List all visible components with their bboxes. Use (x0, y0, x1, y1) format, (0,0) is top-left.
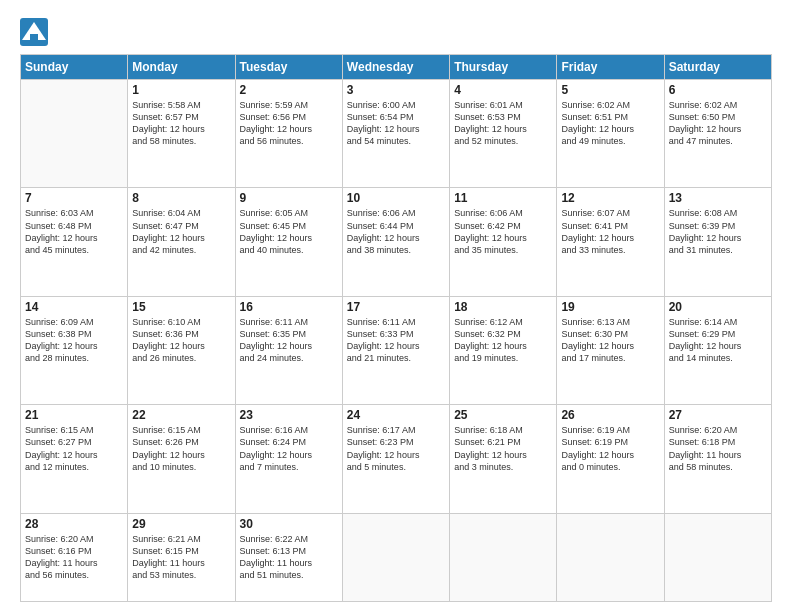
day-info: Sunrise: 6:18 AM Sunset: 6:21 PM Dayligh… (454, 424, 552, 473)
calendar-cell: 1Sunrise: 5:58 AM Sunset: 6:57 PM Daylig… (128, 80, 235, 188)
calendar-cell: 2Sunrise: 5:59 AM Sunset: 6:56 PM Daylig… (235, 80, 342, 188)
day-number: 7 (25, 191, 123, 205)
calendar-cell: 7Sunrise: 6:03 AM Sunset: 6:48 PM Daylig… (21, 188, 128, 296)
day-number: 11 (454, 191, 552, 205)
day-number: 28 (25, 517, 123, 531)
day-number: 21 (25, 408, 123, 422)
day-number: 15 (132, 300, 230, 314)
calendar-cell: 4Sunrise: 6:01 AM Sunset: 6:53 PM Daylig… (450, 80, 557, 188)
day-info: Sunrise: 6:10 AM Sunset: 6:36 PM Dayligh… (132, 316, 230, 365)
calendar-header-friday: Friday (557, 55, 664, 80)
calendar-cell: 15Sunrise: 6:10 AM Sunset: 6:36 PM Dayli… (128, 296, 235, 404)
day-info: Sunrise: 6:14 AM Sunset: 6:29 PM Dayligh… (669, 316, 767, 365)
day-info: Sunrise: 6:15 AM Sunset: 6:26 PM Dayligh… (132, 424, 230, 473)
calendar-cell: 12Sunrise: 6:07 AM Sunset: 6:41 PM Dayli… (557, 188, 664, 296)
logo (20, 18, 50, 46)
day-info: Sunrise: 6:03 AM Sunset: 6:48 PM Dayligh… (25, 207, 123, 256)
day-info: Sunrise: 6:20 AM Sunset: 6:18 PM Dayligh… (669, 424, 767, 473)
calendar-cell (21, 80, 128, 188)
day-number: 3 (347, 83, 445, 97)
calendar-cell: 11Sunrise: 6:06 AM Sunset: 6:42 PM Dayli… (450, 188, 557, 296)
day-number: 2 (240, 83, 338, 97)
calendar-cell: 9Sunrise: 6:05 AM Sunset: 6:45 PM Daylig… (235, 188, 342, 296)
day-info: Sunrise: 6:07 AM Sunset: 6:41 PM Dayligh… (561, 207, 659, 256)
calendar-cell: 25Sunrise: 6:18 AM Sunset: 6:21 PM Dayli… (450, 405, 557, 513)
day-number: 27 (669, 408, 767, 422)
day-number: 22 (132, 408, 230, 422)
calendar-cell: 8Sunrise: 6:04 AM Sunset: 6:47 PM Daylig… (128, 188, 235, 296)
calendar-cell: 3Sunrise: 6:00 AM Sunset: 6:54 PM Daylig… (342, 80, 449, 188)
day-number: 13 (669, 191, 767, 205)
calendar-cell: 6Sunrise: 6:02 AM Sunset: 6:50 PM Daylig… (664, 80, 771, 188)
day-info: Sunrise: 6:17 AM Sunset: 6:23 PM Dayligh… (347, 424, 445, 473)
day-info: Sunrise: 6:04 AM Sunset: 6:47 PM Dayligh… (132, 207, 230, 256)
day-info: Sunrise: 6:22 AM Sunset: 6:13 PM Dayligh… (240, 533, 338, 582)
calendar-cell: 27Sunrise: 6:20 AM Sunset: 6:18 PM Dayli… (664, 405, 771, 513)
day-number: 18 (454, 300, 552, 314)
calendar-header-wednesday: Wednesday (342, 55, 449, 80)
calendar-header-saturday: Saturday (664, 55, 771, 80)
day-info: Sunrise: 6:12 AM Sunset: 6:32 PM Dayligh… (454, 316, 552, 365)
calendar-cell: 28Sunrise: 6:20 AM Sunset: 6:16 PM Dayli… (21, 513, 128, 601)
day-number: 26 (561, 408, 659, 422)
day-number: 5 (561, 83, 659, 97)
day-info: Sunrise: 6:06 AM Sunset: 6:42 PM Dayligh… (454, 207, 552, 256)
calendar-week-row: 1Sunrise: 5:58 AM Sunset: 6:57 PM Daylig… (21, 80, 772, 188)
day-info: Sunrise: 6:15 AM Sunset: 6:27 PM Dayligh… (25, 424, 123, 473)
calendar-header-monday: Monday (128, 55, 235, 80)
calendar-cell (664, 513, 771, 601)
day-number: 6 (669, 83, 767, 97)
day-info: Sunrise: 6:08 AM Sunset: 6:39 PM Dayligh… (669, 207, 767, 256)
day-info: Sunrise: 6:16 AM Sunset: 6:24 PM Dayligh… (240, 424, 338, 473)
calendar-week-row: 28Sunrise: 6:20 AM Sunset: 6:16 PM Dayli… (21, 513, 772, 601)
day-number: 14 (25, 300, 123, 314)
calendar-table: SundayMondayTuesdayWednesdayThursdayFrid… (20, 54, 772, 602)
day-number: 29 (132, 517, 230, 531)
calendar-week-row: 14Sunrise: 6:09 AM Sunset: 6:38 PM Dayli… (21, 296, 772, 404)
calendar-cell: 20Sunrise: 6:14 AM Sunset: 6:29 PM Dayli… (664, 296, 771, 404)
logo-icon (20, 18, 48, 46)
calendar-cell: 14Sunrise: 6:09 AM Sunset: 6:38 PM Dayli… (21, 296, 128, 404)
svg-rect-2 (30, 34, 38, 40)
day-number: 19 (561, 300, 659, 314)
header (20, 18, 772, 46)
calendar-header-sunday: Sunday (21, 55, 128, 80)
calendar-cell: 10Sunrise: 6:06 AM Sunset: 6:44 PM Dayli… (342, 188, 449, 296)
day-info: Sunrise: 6:20 AM Sunset: 6:16 PM Dayligh… (25, 533, 123, 582)
day-info: Sunrise: 5:59 AM Sunset: 6:56 PM Dayligh… (240, 99, 338, 148)
calendar-cell (450, 513, 557, 601)
calendar-cell: 23Sunrise: 6:16 AM Sunset: 6:24 PM Dayli… (235, 405, 342, 513)
day-number: 1 (132, 83, 230, 97)
day-info: Sunrise: 6:09 AM Sunset: 6:38 PM Dayligh… (25, 316, 123, 365)
calendar-cell: 24Sunrise: 6:17 AM Sunset: 6:23 PM Dayli… (342, 405, 449, 513)
calendar-week-row: 21Sunrise: 6:15 AM Sunset: 6:27 PM Dayli… (21, 405, 772, 513)
day-number: 17 (347, 300, 445, 314)
day-number: 12 (561, 191, 659, 205)
day-info: Sunrise: 6:11 AM Sunset: 6:35 PM Dayligh… (240, 316, 338, 365)
calendar-cell: 26Sunrise: 6:19 AM Sunset: 6:19 PM Dayli… (557, 405, 664, 513)
day-number: 4 (454, 83, 552, 97)
day-info: Sunrise: 6:13 AM Sunset: 6:30 PM Dayligh… (561, 316, 659, 365)
calendar-header-thursday: Thursday (450, 55, 557, 80)
calendar-page: SundayMondayTuesdayWednesdayThursdayFrid… (0, 0, 792, 612)
day-info: Sunrise: 6:05 AM Sunset: 6:45 PM Dayligh… (240, 207, 338, 256)
day-number: 10 (347, 191, 445, 205)
day-number: 23 (240, 408, 338, 422)
day-number: 8 (132, 191, 230, 205)
day-info: Sunrise: 6:02 AM Sunset: 6:51 PM Dayligh… (561, 99, 659, 148)
day-number: 25 (454, 408, 552, 422)
day-info: Sunrise: 6:01 AM Sunset: 6:53 PM Dayligh… (454, 99, 552, 148)
day-info: Sunrise: 6:02 AM Sunset: 6:50 PM Dayligh… (669, 99, 767, 148)
calendar-cell: 22Sunrise: 6:15 AM Sunset: 6:26 PM Dayli… (128, 405, 235, 513)
calendar-week-row: 7Sunrise: 6:03 AM Sunset: 6:48 PM Daylig… (21, 188, 772, 296)
day-info: Sunrise: 6:19 AM Sunset: 6:19 PM Dayligh… (561, 424, 659, 473)
calendar-cell: 17Sunrise: 6:11 AM Sunset: 6:33 PM Dayli… (342, 296, 449, 404)
calendar-header-row: SundayMondayTuesdayWednesdayThursdayFrid… (21, 55, 772, 80)
day-number: 20 (669, 300, 767, 314)
day-number: 30 (240, 517, 338, 531)
calendar-cell: 19Sunrise: 6:13 AM Sunset: 6:30 PM Dayli… (557, 296, 664, 404)
calendar-cell: 13Sunrise: 6:08 AM Sunset: 6:39 PM Dayli… (664, 188, 771, 296)
calendar-cell: 18Sunrise: 6:12 AM Sunset: 6:32 PM Dayli… (450, 296, 557, 404)
day-number: 9 (240, 191, 338, 205)
day-info: Sunrise: 6:06 AM Sunset: 6:44 PM Dayligh… (347, 207, 445, 256)
